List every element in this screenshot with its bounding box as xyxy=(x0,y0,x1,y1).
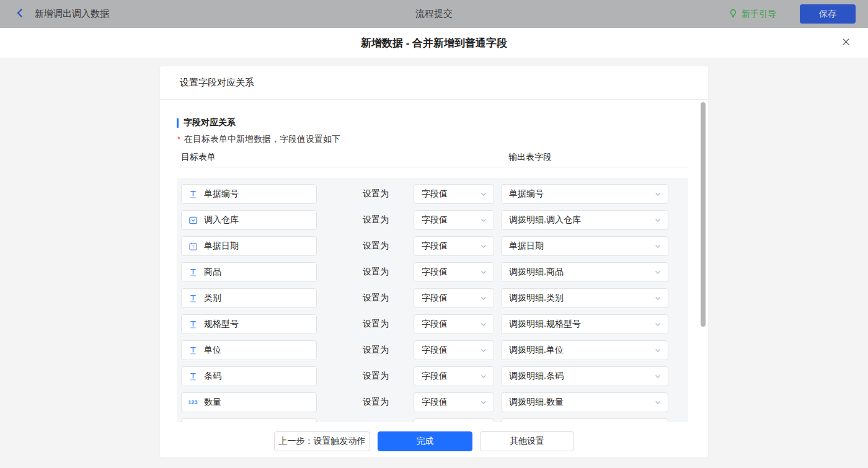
text-field-icon xyxy=(188,293,198,303)
target-field-label: 类别 xyxy=(204,293,221,304)
column-headers: 目标表单 输出表字段 xyxy=(177,152,688,164)
output-field-select[interactable]: 调拨明细.规格型号 xyxy=(501,314,668,334)
value-mode-select[interactable]: 字段值 xyxy=(414,314,494,334)
card-header: 设置字段对应关系 xyxy=(160,66,708,100)
chevron-down-icon xyxy=(480,190,487,198)
chevron-down-icon xyxy=(480,373,487,380)
previous-step-button[interactable]: 上一步：设置触发动作 xyxy=(274,431,370,451)
set-as-label: 设置为 xyxy=(363,210,389,230)
column-target-form: 目标表单 xyxy=(181,152,216,163)
value-mode-select[interactable] xyxy=(414,418,494,422)
chevron-down-icon xyxy=(654,242,662,250)
output-field-select[interactable]: 调拨明细.商品 xyxy=(501,262,668,282)
field-mapping-row: 类别 设置为 字段值 调拨明细.类别 xyxy=(177,288,688,308)
card-header-title: 设置字段对应关系 xyxy=(180,77,254,89)
output-field-value: 单据日期 xyxy=(509,241,544,252)
text-field-icon xyxy=(188,371,198,381)
done-button[interactable]: 完成 xyxy=(378,431,472,451)
field-mapping-row: 123 数量 设置为 字段值 调拨明细.数量 xyxy=(177,392,688,412)
value-mode-select[interactable]: 字段值 xyxy=(414,340,494,360)
output-field-select[interactable]: 单据编号 xyxy=(501,184,668,204)
field-mapping-row: 条码 设置为 字段值 调拨明细.条码 xyxy=(177,366,688,386)
target-field-box: 调入仓库 xyxy=(181,210,317,230)
value-mode-value: 字段值 xyxy=(422,293,448,304)
output-field-select[interactable]: 调拨明细.调入仓库 xyxy=(501,210,668,230)
target-field-box: 单据编号 xyxy=(181,184,317,204)
set-as-label: 设置为 xyxy=(363,288,389,308)
save-button[interactable]: 保存 xyxy=(800,4,856,24)
lightbulb-icon xyxy=(728,9,738,20)
value-mode-select[interactable]: 字段值 xyxy=(414,392,494,412)
field-mapping-row: 商品 设置为 字段值 调拨明细.商品 xyxy=(177,262,688,282)
chevron-down-icon xyxy=(480,294,487,302)
back-button[interactable] xyxy=(15,7,26,21)
output-field-value: 调拨明细.条码 xyxy=(509,371,564,382)
close-x-icon xyxy=(841,37,851,48)
value-mode-select[interactable]: 字段值 xyxy=(414,184,494,204)
output-field-value: 调拨明细.调入仓库 xyxy=(509,214,581,226)
column-output-fields: 输出表字段 xyxy=(508,152,552,163)
section-title: 字段对应关系 xyxy=(177,117,236,128)
chevron-down-icon xyxy=(654,373,662,380)
chevron-left-icon xyxy=(15,7,26,21)
target-field-label: 单据日期 xyxy=(204,241,239,252)
target-field-box xyxy=(181,418,317,422)
other-settings-button[interactable]: 其他设置 xyxy=(480,431,574,451)
scrollbar-thumb[interactable] xyxy=(701,102,706,327)
output-field-value: 调拨明细.商品 xyxy=(509,267,564,278)
target-field-box: 商品 xyxy=(181,262,317,282)
value-mode-value: 字段值 xyxy=(422,267,448,278)
set-as-label: 设置为 xyxy=(363,184,389,204)
output-field-select[interactable] xyxy=(501,418,668,422)
beginner-guide-link[interactable]: 新手引导 xyxy=(728,9,776,20)
field-mapping-card: 设置字段对应关系 字段对应关系 * 在目标表单中新增数据，字段值设置如下 目标表… xyxy=(160,66,708,457)
text-field-icon xyxy=(188,267,198,277)
target-field-label: 数量 xyxy=(204,397,221,408)
chevron-down-icon xyxy=(654,399,662,406)
chevron-down-icon xyxy=(654,320,662,328)
value-mode-value: 字段值 xyxy=(422,345,448,356)
set-as-label: 设置为 xyxy=(363,340,389,360)
chevron-down-icon xyxy=(480,242,487,250)
set-as-label: 设置为 xyxy=(363,366,389,386)
target-field-box: 单位 xyxy=(181,340,317,360)
modal-body: 设置字段对应关系 字段对应关系 * 在目标表单中新增数据，字段值设置如下 目标表… xyxy=(0,58,868,468)
close-button[interactable] xyxy=(838,35,853,50)
value-mode-value: 字段值 xyxy=(422,214,448,226)
text-field-icon xyxy=(188,319,198,329)
instruction-label: 在目标表单中新增数据，字段值设置如下 xyxy=(184,134,340,145)
output-field-select[interactable]: 调拨明细.类别 xyxy=(501,288,668,308)
required-asterisk: * xyxy=(177,134,180,145)
beginner-guide-label: 新手引导 xyxy=(742,9,776,20)
text-field-icon xyxy=(188,345,198,355)
chevron-down-icon xyxy=(480,216,487,224)
value-mode-select[interactable]: 字段值 xyxy=(414,262,494,282)
accent-bar xyxy=(177,118,179,128)
footer-actions: 上一步：设置触发动作 完成 其他设置 xyxy=(160,431,688,451)
value-mode-select[interactable]: 字段值 xyxy=(414,366,494,386)
output-field-value: 调拨明细.类别 xyxy=(509,293,564,304)
chevron-down-icon xyxy=(654,190,662,198)
header-divider xyxy=(177,167,688,167)
field-mapping-row xyxy=(177,418,688,422)
chevron-down-icon xyxy=(480,347,487,354)
target-field-label: 单位 xyxy=(204,345,221,356)
output-field-select[interactable]: 调拨明细.数量 xyxy=(501,392,668,412)
output-field-select[interactable]: 单据日期 xyxy=(501,236,668,256)
output-field-value: 调拨明细.数量 xyxy=(509,397,564,408)
chevron-down-icon xyxy=(654,294,662,302)
field-mapping-row: 单位 设置为 字段值 调拨明细.单位 xyxy=(177,340,688,360)
value-mode-select[interactable]: 字段值 xyxy=(414,210,494,230)
output-field-select[interactable]: 调拨明细.单位 xyxy=(501,340,668,360)
value-mode-select[interactable]: 字段值 xyxy=(414,288,494,308)
field-mapping-row: 单据编号 设置为 字段值 单据编号 xyxy=(177,184,688,204)
value-mode-select[interactable]: 字段值 xyxy=(414,236,494,256)
output-field-select[interactable]: 调拨明细.条码 xyxy=(501,366,668,386)
target-field-label: 调入仓库 xyxy=(204,214,239,226)
field-mapping-row: 调入仓库 设置为 字段值 调拨明细.调入仓库 xyxy=(177,210,688,230)
text-field-icon xyxy=(188,189,198,199)
workflow-node-title: 新增调出调入数据 xyxy=(35,8,109,20)
set-as-label: 设置为 xyxy=(363,314,389,334)
chevron-down-icon xyxy=(480,320,487,328)
target-field-box: 条码 xyxy=(181,366,317,386)
